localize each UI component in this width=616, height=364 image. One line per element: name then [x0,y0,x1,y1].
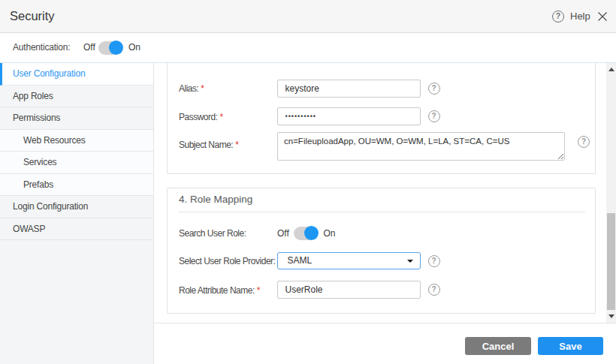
required-asterisk: * [257,285,260,296]
help-link[interactable]: Help [570,0,590,32]
password-label-text: Password: [179,112,218,122]
alias-label-text: Alias: [179,83,198,94]
alias-help-icon[interactable]: ? [428,83,440,95]
vertical-scrollbar[interactable] [606,63,616,323]
cancel-button[interactable]: Cancel [465,337,531,355]
search-user-role-label: Search User Role: [179,228,246,239]
page-title: Security [10,0,55,32]
scroll-up-button[interactable] [606,63,616,76]
sidebar-item-permissions[interactable]: Permissions [0,107,153,130]
sidebar-item-services[interactable]: Services [0,152,153,174]
authentication-bar: Authentication: Off On [0,33,616,63]
authentication-on-label: On [128,33,140,62]
alias-input[interactable] [277,80,421,98]
password-label: Password:* [179,112,223,122]
required-asterisk: * [201,83,204,94]
sidebar-item-web-resources[interactable]: Web Resources [0,130,153,152]
user-role-provider-select[interactable]: SAML [277,252,421,270]
sidebar: User Configuration App Roles Permissions… [0,63,154,364]
authentication-off-label: Off [83,33,95,62]
toggle-knob [109,41,123,55]
subject-name-label: Subject Name:* [179,140,238,150]
password-help-icon[interactable]: ? [428,110,440,122]
authentication-toggle[interactable] [98,41,123,55]
sidebar-item-login-configuration[interactable]: Login Configuration [0,196,153,218]
dialog-header: Security ? Help [0,0,616,33]
role-attribute-name-input[interactable] [277,281,421,299]
scroll-down-button[interactable] [606,310,616,323]
role-attribute-name-label: Role Attribute Name:* [179,285,260,296]
keystore-panel: Alias:* ? Password:* ? Subject Name:* cn… [167,63,596,174]
sidebar-item-user-configuration[interactable]: User Configuration [0,63,153,86]
search-user-role-off-label: Off [277,228,289,239]
scrollbar-thumb[interactable] [607,213,615,312]
provider-help-icon[interactable]: ? [428,255,440,267]
subject-name-textarea[interactable]: cn=FileuploadApp, OU=WM, O=WM, L=LA, ST=… [277,132,565,161]
scroll-down-arrow-icon [608,314,614,318]
required-asterisk: * [220,112,223,122]
sidebar-item-owasp[interactable]: OWASP [0,218,153,241]
role-attribute-help-icon[interactable]: ? [428,284,440,296]
role-mapping-divider [179,212,585,212]
sidebar-item-prefabs[interactable]: Prefabs [0,174,153,197]
select-user-role-provider-label: Select User Role Provider: [179,256,275,266]
help-icon[interactable]: ? [552,11,564,23]
toggle-knob [304,226,319,240]
scroll-up-arrow-icon [608,68,614,71]
alias-label: Alias:* [179,83,204,94]
search-user-role-on-label: On [324,228,336,239]
sidebar-item-app-roles[interactable]: App Roles [0,86,153,108]
role-mapping-panel: 4. Role Mapping Search User Role: Off On… [167,188,596,314]
required-asterisk: * [235,140,238,150]
save-button[interactable]: Save [538,337,603,355]
user-role-provider-value: SAML [288,253,313,269]
role-mapping-title: 4. Role Mapping [179,194,252,205]
authentication-label: Authentication: [13,33,70,62]
subject-name-label-text: Subject Name: [179,140,233,150]
close-icon[interactable] [596,11,608,23]
dialog-footer: Cancel Save [154,323,616,364]
subject-name-help-icon[interactable]: ? [578,136,590,148]
form-scroll-area: Alias:* ? Password:* ? Subject Name:* cn… [154,63,616,323]
role-attribute-name-label-text: Role Attribute Name: [179,285,255,296]
password-input[interactable] [277,107,421,125]
search-user-role-toggle[interactable] [294,227,319,240]
select-dropdown-arrow-icon [407,260,413,263]
